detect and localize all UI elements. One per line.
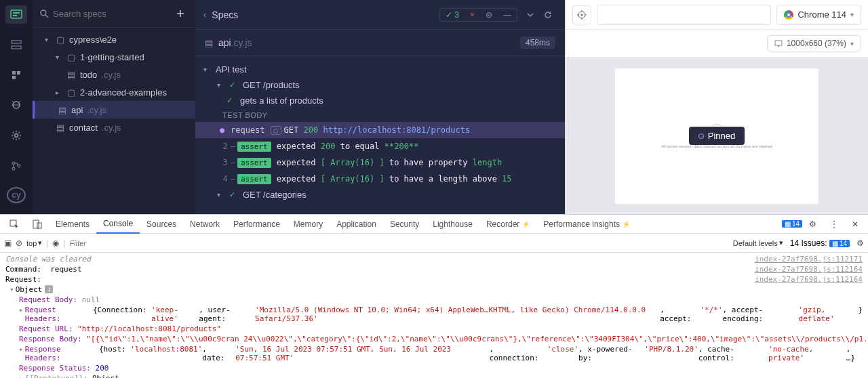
browser-name: Chrome 114 — [797, 9, 846, 20]
tab-network[interactable]: Network — [183, 215, 226, 233]
bug-icon[interactable] — [5, 96, 27, 114]
file-icon: ▤ — [58, 105, 67, 114]
live-expression-button[interactable]: ◉ — [52, 238, 59, 248]
pin-icon: ● — [220, 125, 231, 135]
debug-icon[interactable] — [5, 66, 27, 84]
svg-rect-24 — [775, 41, 782, 45]
console-sidebar-toggle[interactable]: ▣ — [4, 238, 12, 248]
loading-icon: ◌ — [271, 126, 281, 135]
spec-search-input[interactable] — [49, 9, 172, 19]
devtools-panel: Elements Console Sources Network Perform… — [0, 214, 868, 378]
chevron-down-icon: ▾ — [850, 11, 854, 18]
console-row[interactable]: Request Body: null — [0, 295, 868, 305]
console-row[interactable]: Command: requestindex-27af7698.js:112164 — [0, 264, 868, 274]
tab-perf-insights[interactable]: Performance insights ⚡ — [536, 215, 637, 233]
console-row[interactable]: ▾Objecti — [0, 285, 868, 295]
spec-file-header: ▤ api.cy.js 458ms — [195, 30, 565, 56]
console-row[interactable]: Request:index-27af7698.js:112164 — [0, 274, 868, 285]
console-row[interactable]: ▸Response Headers: {host: 'localhost:808… — [0, 344, 868, 363]
git-icon[interactable] — [5, 156, 27, 175]
selector-playground-button[interactable] — [572, 5, 591, 24]
device-toggle-button[interactable] — [26, 215, 49, 233]
specs-icon[interactable] — [5, 5, 27, 24]
file-todo[interactable]: ▤ todo.cy.js — [33, 66, 195, 83]
line-number: 2 — [220, 142, 231, 151]
tab-lighthouse[interactable]: Lighthouse — [426, 215, 479, 233]
svg-rect-6 — [17, 71, 20, 75]
console-row[interactable]: ▸[[Prototype]]: Object — [0, 373, 868, 378]
tab-sources[interactable]: Sources — [140, 215, 183, 233]
devtools-close-button[interactable]: ✕ — [845, 215, 865, 233]
test-name: gets a list of products — [240, 96, 323, 106]
settings-icon[interactable] — [5, 127, 27, 145]
tab-memory[interactable]: Memory — [287, 215, 330, 233]
folder-root[interactable]: ▾ ▢ cypress\e2e — [33, 30, 195, 48]
console-settings-button[interactable]: ⚙ — [856, 238, 864, 248]
command-assert-2[interactable]: 2 – assert expected 200 to equal **200** — [195, 138, 565, 154]
svg-line-10 — [12, 101, 14, 102]
rerun-button[interactable] — [539, 6, 557, 24]
file-label: contact — [69, 123, 98, 133]
file-icon: ▤ — [56, 123, 65, 132]
new-spec-button[interactable] — [172, 5, 189, 22]
tab-recorder[interactable]: Recorder ⚡ — [479, 215, 536, 233]
context-row-2[interactable]: ▾ ✓ GET /categories — [195, 187, 565, 203]
check-icon: ✓ — [226, 96, 236, 105]
context-name: GET /categories — [243, 190, 307, 200]
runs-icon[interactable] — [5, 36, 27, 54]
test-row[interactable]: ✓ gets a list of products — [195, 93, 565, 108]
svg-rect-1 — [13, 12, 20, 14]
file-contact[interactable]: ▤ contact.cy.js — [33, 119, 195, 136]
file-label: api — [71, 105, 83, 115]
command-assert-4[interactable]: 4 – assert expected [ Array(16) ] to hav… — [195, 171, 565, 187]
svg-rect-5 — [12, 71, 16, 75]
fail-indicator: × — [465, 9, 480, 21]
log-levels-selector[interactable]: Default levels ▾ — [733, 238, 783, 247]
aut-iframe-container: All active session data cleared across a… — [566, 58, 868, 214]
console-filter-input[interactable] — [70, 239, 164, 247]
line-number: 4 — [220, 174, 231, 184]
specs-tree-panel: ▾ ▢ cypress\e2e ▾ ▢ 1-getting-started ▤ … — [33, 0, 195, 214]
svg-rect-7 — [12, 76, 16, 79]
context-row[interactable]: ▾ ✓ GET /products — [195, 77, 565, 93]
back-icon[interactable]: ‹ — [203, 9, 206, 20]
inspect-element-button[interactable] — [3, 215, 26, 233]
clear-console-button[interactable]: ⊘ — [16, 238, 22, 248]
console-row[interactable]: Console was clearedindex-27af7698.js:112… — [0, 254, 868, 264]
context-selector[interactable]: top ▾ — [26, 238, 42, 247]
line-number: 3 — [220, 158, 231, 167]
devtools-menu-button[interactable]: ⋮ — [823, 215, 845, 233]
console-row[interactable]: ▸Request Headers: {Connection: 'keep-ali… — [0, 305, 868, 324]
panel-title: Specs — [212, 9, 439, 20]
browser-selector[interactable]: Chrome 114 ▾ — [776, 5, 861, 25]
tab-security[interactable]: Security — [383, 215, 426, 233]
aut-iframe: All active session data cleared across a… — [615, 68, 818, 204]
devtools-settings-button[interactable]: ⚙ — [802, 215, 823, 233]
viewport-selector[interactable]: 1000x660 (37%) ▾ — [767, 35, 861, 51]
file-api[interactable]: ▤ api.cy.js — [33, 101, 195, 119]
issues-badge[interactable]: ▦ 14 — [782, 220, 802, 228]
svg-point-14 — [12, 167, 15, 170]
svg-rect-3 — [12, 41, 21, 43]
console-row[interactable]: Response Body: "[{\"id\":1,\"name\":\"\\… — [0, 334, 868, 344]
console-row[interactable]: Request URL: "http://localhost:8081/prod… — [0, 324, 868, 334]
tab-application[interactable]: Application — [330, 215, 383, 233]
tab-performance[interactable]: Performance — [226, 215, 287, 233]
suite-row[interactable]: ▾ API test — [195, 62, 565, 77]
svg-point-13 — [12, 162, 15, 165]
collapse-button[interactable] — [521, 6, 539, 24]
issues-link[interactable]: 14 Issues: ▦ 14 — [790, 238, 850, 248]
console-row[interactable]: Response Status: 200 — [0, 363, 868, 373]
command-request[interactable]: ● request ◌ GET 200 http://localhost:808… — [195, 122, 565, 138]
spec-duration: 458ms — [520, 37, 555, 49]
command-assert-3[interactable]: 3 – assert expected [ Array(16) ] to hav… — [195, 154, 565, 171]
folder-getting-started[interactable]: ▾ ▢ 1-getting-started — [33, 48, 195, 66]
run-stats: ✓3 × ⊖ — — [439, 8, 517, 22]
chevron-right-icon: ▸ — [56, 89, 62, 96]
aut-preview-panel: Chrome 114 ▾ 1000x660 (37%) ▾ All active… — [565, 0, 868, 214]
folder-advanced[interactable]: ▸ ▢ 2-advanced-examples — [33, 83, 195, 101]
assert-badge: assert — [237, 158, 271, 168]
tab-elements[interactable]: Elements — [49, 215, 96, 233]
file-tree: ▾ ▢ cypress\e2e ▾ ▢ 1-getting-started ▤ … — [33, 28, 195, 139]
tab-console[interactable]: Console — [96, 215, 140, 234]
